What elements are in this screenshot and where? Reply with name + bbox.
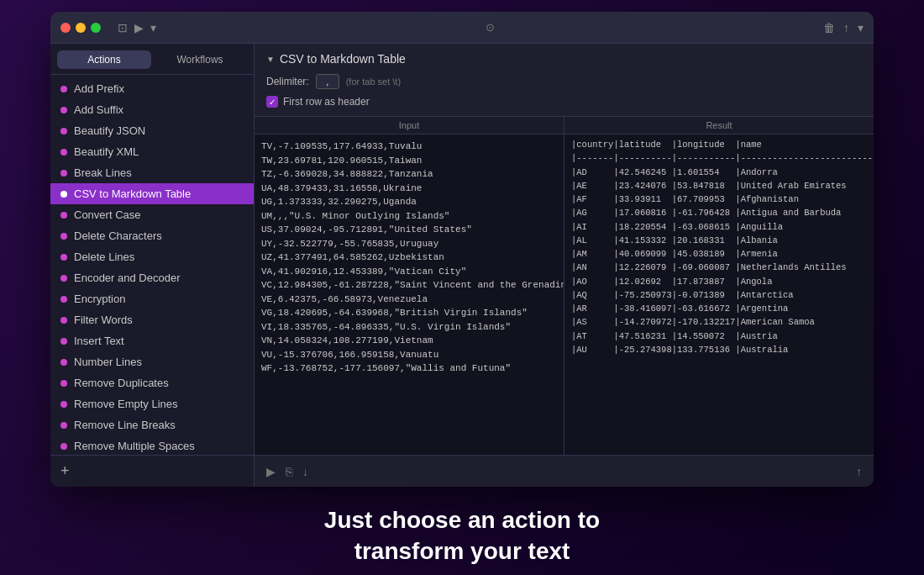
result-row-2: |AD |42.546245 |1.601554 |Andorra | — [564, 166, 874, 179]
delimiter-label: Delimiter: — [266, 76, 309, 87]
dot-icon — [60, 191, 67, 198]
result-row-10: |AO |12.02692 |17.873887 |Angola | — [564, 275, 874, 288]
sidebar-item-insert-text[interactable]: Insert Text — [50, 330, 254, 351]
run-button[interactable]: ▶ — [266, 465, 276, 478]
layout-icon[interactable]: ⊡ — [118, 21, 128, 34]
toolbar-right: 🗑 ↑ ▾ — [823, 21, 864, 34]
traffic-lights — [60, 23, 101, 33]
first-row-header-checkbox[interactable]: ✓ — [266, 96, 278, 108]
dot-icon — [60, 107, 67, 113]
dot-icon — [60, 149, 67, 156]
input-content[interactable]: TV,-7.109535,177.64933,Tuvalu TW,23.6978… — [255, 135, 564, 455]
action-title-row: ▼ CSV to Markdown Table — [266, 52, 862, 66]
caption: Just choose an action to transform your … — [0, 505, 924, 567]
input-panel: Input TV,-7.109535,177.64933,Tuvalu TW,2… — [255, 117, 564, 455]
result-row-15: |AU |-25.274398|133.775136 |Australia | — [564, 343, 874, 356]
result-row-8: |AM |40.069099 |45.038189 |Armenia | — [564, 247, 874, 261]
export-button[interactable]: ↑ — [856, 465, 862, 478]
play-icon[interactable]: ▶ — [134, 21, 144, 34]
result-content: |country|latitude |longitude |name | |--… — [564, 135, 874, 455]
dot-icon — [60, 233, 67, 240]
dot-icon — [60, 380, 67, 387]
chevron-icon[interactable]: ▾ — [150, 21, 156, 34]
dot-icon — [60, 296, 67, 303]
result-panel: Result |country|latitude |longitude |nam… — [564, 117, 874, 455]
dot-icon — [60, 275, 67, 282]
sidebar-item-remove-empty-lines[interactable]: Remove Empty Lines — [50, 393, 254, 414]
dot-icon — [60, 128, 67, 135]
delimiter-config-row: Delimiter: (for tab set \t) — [266, 74, 862, 89]
input-header: Input — [255, 117, 564, 135]
result-row-14: |AT |47.516231 |14.550072 |Austria | — [564, 330, 874, 343]
app-logo-icon: ⊙ — [486, 21, 495, 34]
sidebar-item-number-lines[interactable]: Number Lines — [50, 351, 254, 372]
sidebar-item-csv-to-markdown[interactable]: CSV to Markdown Table — [50, 183, 254, 204]
sidebar-item-remove-duplicates[interactable]: Remove Duplicates — [50, 372, 254, 393]
collapse-icon[interactable]: ▼ — [266, 55, 275, 64]
maximize-button[interactable] — [91, 23, 101, 33]
title-bar: ⊡ ▶ ▾ ⊙ 🗑 ↑ ▾ — [50, 12, 874, 44]
dot-icon — [60, 359, 67, 366]
dot-icon — [60, 422, 67, 429]
result-row-9: |AN |12.226079 |-69.060087 |Netherlands … — [564, 261, 874, 274]
main-content: Actions Workflows Add Prefix Add Suffix … — [50, 44, 874, 487]
io-area: Input TV,-7.109535,177.64933,Tuvalu TW,2… — [255, 117, 874, 455]
right-panel: ▼ CSV to Markdown Table Delimiter: (for … — [255, 44, 874, 487]
sidebar-item-encryption[interactable]: Encryption — [50, 288, 254, 309]
minimize-button[interactable] — [76, 23, 86, 33]
action-title: CSV to Markdown Table — [280, 52, 406, 66]
delimiter-hint: (for tab set \t) — [346, 76, 401, 87]
dot-icon — [60, 443, 67, 450]
result-row-5: |AG |17.060816 |-61.796428 |Antigua and … — [564, 206, 874, 219]
result-row-3: |AE |23.424076 |53.847818 |United Arab E… — [564, 179, 874, 193]
result-header: Result — [564, 117, 874, 135]
dot-icon — [60, 86, 67, 92]
dot-icon — [60, 317, 67, 324]
tab-actions[interactable]: Actions — [57, 50, 151, 69]
dot-icon — [60, 212, 67, 219]
result-row-1: |-------|----------|-----------|--------… — [564, 151, 874, 165]
sidebar-item-beautify-xml[interactable]: Beautify XML — [50, 141, 254, 162]
tab-workflows[interactable]: Workflows — [153, 50, 247, 69]
sidebar: Actions Workflows Add Prefix Add Suffix … — [50, 44, 255, 487]
dot-icon — [60, 254, 67, 261]
toolbar-icons: ⊡ ▶ ▾ — [118, 21, 156, 34]
bottom-right-tools: ↑ — [856, 464, 862, 479]
sidebar-item-remove-line-breaks[interactable]: Remove Line Breaks — [50, 414, 254, 435]
action-config: ▼ CSV to Markdown Table Delimiter: (for … — [255, 44, 874, 117]
sidebar-item-remove-multiple-spaces[interactable]: Remove Multiple Spaces — [50, 435, 254, 455]
close-button[interactable] — [60, 23, 71, 33]
app-window: ⊡ ▶ ▾ ⊙ 🗑 ↑ ▾ Actions Workflows Add Pref — [50, 12, 874, 487]
bottom-left-tools: ▶ ⎘ ↓ — [266, 465, 308, 478]
dot-icon — [60, 338, 67, 345]
sidebar-item-delete-lines[interactable]: Delete Lines — [50, 246, 254, 267]
sidebar-tabs: Actions Workflows — [50, 44, 254, 75]
sidebar-item-filter-words[interactable]: Filter Words — [50, 309, 254, 330]
sidebar-item-delete-characters[interactable]: Delete Characters — [50, 225, 254, 246]
sidebar-item-beautify-json[interactable]: Beautify JSON — [50, 120, 254, 141]
result-row-0: |country|latitude |longitude |name | — [564, 138, 874, 151]
share-icon[interactable]: ↑ — [843, 21, 849, 34]
result-row-4: |AF |33.93911 |67.709953 |Afghanistan | — [564, 193, 874, 206]
result-row-11: |AQ |-75.250973|-0.071389 |Antarctica | — [564, 288, 874, 302]
sidebar-item-encoder-decoder[interactable]: Encoder and Decoder — [50, 267, 254, 288]
caption-line2: transform your text — [0, 536, 924, 567]
trash-icon[interactable]: 🗑 — [823, 21, 835, 34]
caption-line1: Just choose an action to — [0, 505, 924, 535]
result-row-6: |AI |18.220554 |-63.068615 |Anguilla | — [564, 220, 874, 234]
sidebar-item-convert-case[interactable]: Convert Case — [50, 204, 254, 225]
result-row-12: |AR |-38.416097|-63.616672 |Argentina | — [564, 302, 874, 315]
add-action-button[interactable]: + — [60, 462, 70, 480]
sidebar-footer: + — [50, 455, 254, 487]
sidebar-item-add-prefix[interactable]: Add Prefix — [50, 78, 254, 99]
sidebar-item-break-lines[interactable]: Break Lines — [50, 162, 254, 183]
delimiter-input[interactable] — [316, 74, 339, 89]
sidebar-item-add-suffix[interactable]: Add Suffix — [50, 99, 254, 120]
paste-button[interactable]: ↓ — [302, 465, 308, 478]
dot-icon — [60, 401, 67, 408]
result-row-13: |AS |-14.270972|-170.132217|American Sam… — [564, 315, 874, 329]
header-checkbox-row: ✓ First row as header — [266, 96, 862, 108]
more-icon[interactable]: ▾ — [858, 21, 864, 34]
copy-input-button[interactable]: ⎘ — [286, 465, 292, 478]
first-row-header-label: First row as header — [283, 96, 370, 108]
